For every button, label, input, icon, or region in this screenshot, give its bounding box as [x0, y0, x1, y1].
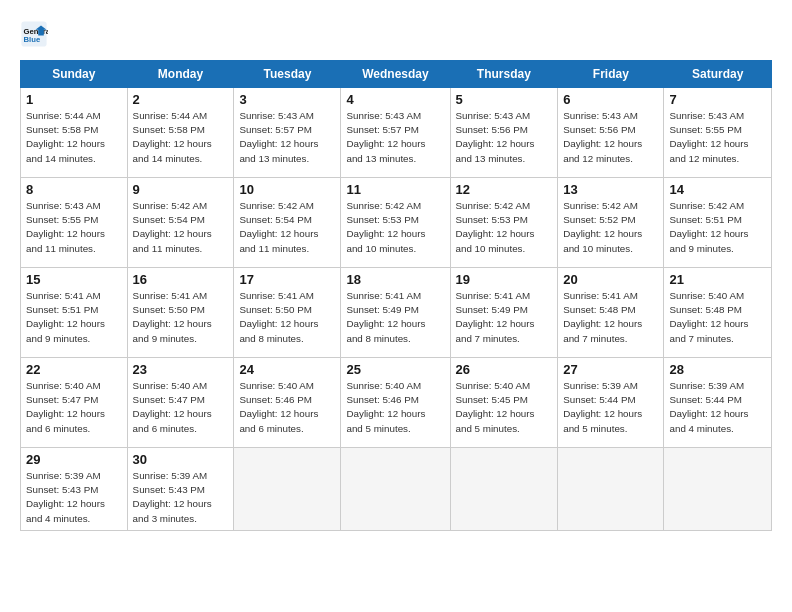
day-cell: 28Sunrise: 5:39 AMSunset: 5:44 PMDayligh… — [664, 358, 772, 448]
day-cell: 9Sunrise: 5:42 AMSunset: 5:54 PMDaylight… — [127, 178, 234, 268]
day-cell: 10Sunrise: 5:42 AMSunset: 5:54 PMDayligh… — [234, 178, 341, 268]
day-number: 21 — [669, 272, 766, 287]
day-info: Sunrise: 5:41 AMSunset: 5:51 PMDaylight:… — [26, 289, 122, 346]
day-info: Sunrise: 5:40 AMSunset: 5:46 PMDaylight:… — [239, 379, 335, 436]
day-info: Sunrise: 5:39 AMSunset: 5:43 PMDaylight:… — [26, 469, 122, 526]
day-number: 8 — [26, 182, 122, 197]
calendar-body: 1Sunrise: 5:44 AMSunset: 5:58 PMDaylight… — [21, 88, 772, 531]
day-info: Sunrise: 5:39 AMSunset: 5:43 PMDaylight:… — [133, 469, 229, 526]
calendar-header-row: SundayMondayTuesdayWednesdayThursdayFrid… — [21, 61, 772, 88]
day-number: 24 — [239, 362, 335, 377]
day-info: Sunrise: 5:43 AMSunset: 5:57 PMDaylight:… — [239, 109, 335, 166]
day-cell: 14Sunrise: 5:42 AMSunset: 5:51 PMDayligh… — [664, 178, 772, 268]
col-header-wednesday: Wednesday — [341, 61, 450, 88]
col-header-tuesday: Tuesday — [234, 61, 341, 88]
day-cell: 24Sunrise: 5:40 AMSunset: 5:46 PMDayligh… — [234, 358, 341, 448]
day-info: Sunrise: 5:43 AMSunset: 5:56 PMDaylight:… — [456, 109, 553, 166]
day-number: 19 — [456, 272, 553, 287]
day-info: Sunrise: 5:40 AMSunset: 5:47 PMDaylight:… — [26, 379, 122, 436]
day-cell: 15Sunrise: 5:41 AMSunset: 5:51 PMDayligh… — [21, 268, 128, 358]
day-info: Sunrise: 5:40 AMSunset: 5:45 PMDaylight:… — [456, 379, 553, 436]
day-number: 20 — [563, 272, 658, 287]
day-cell — [450, 448, 558, 531]
day-number: 2 — [133, 92, 229, 107]
day-cell: 17Sunrise: 5:41 AMSunset: 5:50 PMDayligh… — [234, 268, 341, 358]
col-header-monday: Monday — [127, 61, 234, 88]
day-info: Sunrise: 5:39 AMSunset: 5:44 PMDaylight:… — [563, 379, 658, 436]
day-info: Sunrise: 5:44 AMSunset: 5:58 PMDaylight:… — [133, 109, 229, 166]
day-info: Sunrise: 5:41 AMSunset: 5:48 PMDaylight:… — [563, 289, 658, 346]
day-info: Sunrise: 5:42 AMSunset: 5:53 PMDaylight:… — [346, 199, 444, 256]
day-cell: 23Sunrise: 5:40 AMSunset: 5:47 PMDayligh… — [127, 358, 234, 448]
day-info: Sunrise: 5:44 AMSunset: 5:58 PMDaylight:… — [26, 109, 122, 166]
calendar: SundayMondayTuesdayWednesdayThursdayFrid… — [20, 60, 772, 531]
day-cell: 19Sunrise: 5:41 AMSunset: 5:49 PMDayligh… — [450, 268, 558, 358]
day-number: 29 — [26, 452, 122, 467]
day-number: 28 — [669, 362, 766, 377]
day-number: 18 — [346, 272, 444, 287]
logo: General Blue — [20, 20, 52, 48]
day-cell: 13Sunrise: 5:42 AMSunset: 5:52 PMDayligh… — [558, 178, 664, 268]
day-cell: 27Sunrise: 5:39 AMSunset: 5:44 PMDayligh… — [558, 358, 664, 448]
day-info: Sunrise: 5:42 AMSunset: 5:54 PMDaylight:… — [239, 199, 335, 256]
day-info: Sunrise: 5:39 AMSunset: 5:44 PMDaylight:… — [669, 379, 766, 436]
day-number: 9 — [133, 182, 229, 197]
logo-icon: General Blue — [20, 20, 48, 48]
day-info: Sunrise: 5:42 AMSunset: 5:53 PMDaylight:… — [456, 199, 553, 256]
day-number: 13 — [563, 182, 658, 197]
day-info: Sunrise: 5:41 AMSunset: 5:49 PMDaylight:… — [346, 289, 444, 346]
day-number: 6 — [563, 92, 658, 107]
day-info: Sunrise: 5:43 AMSunset: 5:55 PMDaylight:… — [26, 199, 122, 256]
day-number: 26 — [456, 362, 553, 377]
day-number: 15 — [26, 272, 122, 287]
week-row-4: 22Sunrise: 5:40 AMSunset: 5:47 PMDayligh… — [21, 358, 772, 448]
day-cell: 11Sunrise: 5:42 AMSunset: 5:53 PMDayligh… — [341, 178, 450, 268]
day-info: Sunrise: 5:40 AMSunset: 5:46 PMDaylight:… — [346, 379, 444, 436]
day-info: Sunrise: 5:43 AMSunset: 5:57 PMDaylight:… — [346, 109, 444, 166]
week-row-3: 15Sunrise: 5:41 AMSunset: 5:51 PMDayligh… — [21, 268, 772, 358]
day-info: Sunrise: 5:42 AMSunset: 5:54 PMDaylight:… — [133, 199, 229, 256]
day-cell: 5Sunrise: 5:43 AMSunset: 5:56 PMDaylight… — [450, 88, 558, 178]
day-number: 12 — [456, 182, 553, 197]
day-info: Sunrise: 5:43 AMSunset: 5:55 PMDaylight:… — [669, 109, 766, 166]
week-row-1: 1Sunrise: 5:44 AMSunset: 5:58 PMDaylight… — [21, 88, 772, 178]
day-cell — [558, 448, 664, 531]
day-number: 16 — [133, 272, 229, 287]
day-info: Sunrise: 5:42 AMSunset: 5:52 PMDaylight:… — [563, 199, 658, 256]
day-cell — [234, 448, 341, 531]
day-cell: 6Sunrise: 5:43 AMSunset: 5:56 PMDaylight… — [558, 88, 664, 178]
day-cell: 8Sunrise: 5:43 AMSunset: 5:55 PMDaylight… — [21, 178, 128, 268]
day-number: 4 — [346, 92, 444, 107]
day-cell: 18Sunrise: 5:41 AMSunset: 5:49 PMDayligh… — [341, 268, 450, 358]
day-number: 7 — [669, 92, 766, 107]
day-cell: 16Sunrise: 5:41 AMSunset: 5:50 PMDayligh… — [127, 268, 234, 358]
week-row-2: 8Sunrise: 5:43 AMSunset: 5:55 PMDaylight… — [21, 178, 772, 268]
day-cell: 1Sunrise: 5:44 AMSunset: 5:58 PMDaylight… — [21, 88, 128, 178]
day-number: 23 — [133, 362, 229, 377]
day-number: 14 — [669, 182, 766, 197]
day-number: 25 — [346, 362, 444, 377]
day-number: 22 — [26, 362, 122, 377]
day-info: Sunrise: 5:41 AMSunset: 5:50 PMDaylight:… — [133, 289, 229, 346]
day-cell: 20Sunrise: 5:41 AMSunset: 5:48 PMDayligh… — [558, 268, 664, 358]
day-info: Sunrise: 5:42 AMSunset: 5:51 PMDaylight:… — [669, 199, 766, 256]
day-cell — [341, 448, 450, 531]
day-number: 27 — [563, 362, 658, 377]
day-info: Sunrise: 5:41 AMSunset: 5:50 PMDaylight:… — [239, 289, 335, 346]
day-cell: 2Sunrise: 5:44 AMSunset: 5:58 PMDaylight… — [127, 88, 234, 178]
day-cell: 7Sunrise: 5:43 AMSunset: 5:55 PMDaylight… — [664, 88, 772, 178]
day-info: Sunrise: 5:41 AMSunset: 5:49 PMDaylight:… — [456, 289, 553, 346]
col-header-friday: Friday — [558, 61, 664, 88]
col-header-saturday: Saturday — [664, 61, 772, 88]
day-cell — [664, 448, 772, 531]
day-cell: 4Sunrise: 5:43 AMSunset: 5:57 PMDaylight… — [341, 88, 450, 178]
day-number: 11 — [346, 182, 444, 197]
day-info: Sunrise: 5:40 AMSunset: 5:48 PMDaylight:… — [669, 289, 766, 346]
day-number: 30 — [133, 452, 229, 467]
day-number: 5 — [456, 92, 553, 107]
day-cell: 25Sunrise: 5:40 AMSunset: 5:46 PMDayligh… — [341, 358, 450, 448]
week-row-5: 29Sunrise: 5:39 AMSunset: 5:43 PMDayligh… — [21, 448, 772, 531]
col-header-sunday: Sunday — [21, 61, 128, 88]
day-cell: 30Sunrise: 5:39 AMSunset: 5:43 PMDayligh… — [127, 448, 234, 531]
col-header-thursday: Thursday — [450, 61, 558, 88]
